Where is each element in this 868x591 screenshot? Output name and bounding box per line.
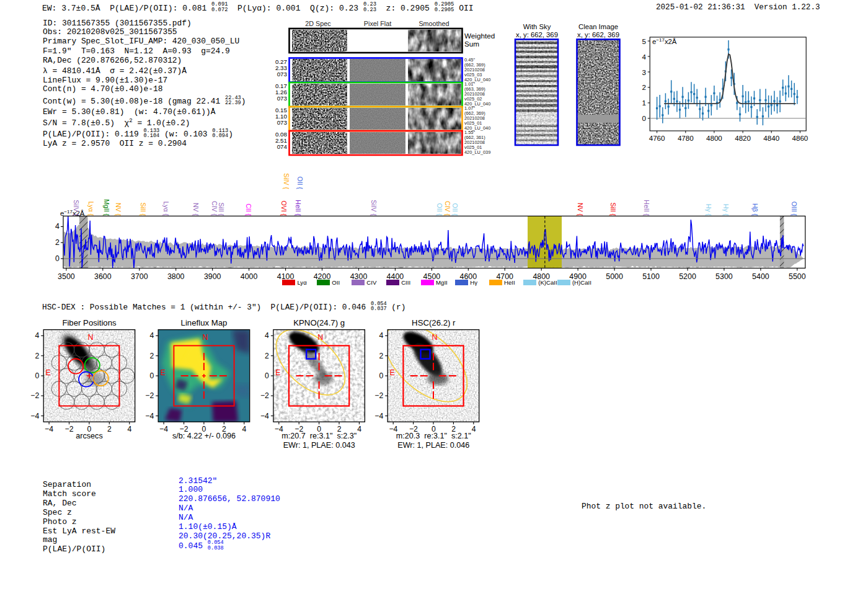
svg-text:OII {: OII { [296,177,304,190]
svg-text:NV {: NV { [115,203,122,216]
svg-text:Hγ {: Hγ { [722,204,730,216]
svg-text:SiIV {: SiIV { [283,173,290,189]
svg-text:CIV {: CIV { [211,201,218,216]
svg-text:Hγ {: Hγ { [705,204,712,216]
svg-text:N: N [88,333,94,342]
svg-text:SiII {: SiII { [218,202,225,216]
svg-text:HeII {: HeII { [294,200,302,216]
svg-text:Hβ {: Hβ { [751,203,759,216]
svg-text:CIV {: CIV { [444,201,451,216]
svg-text:N: N [317,333,323,342]
svg-text:Lyα {: Lyα { [87,202,95,216]
svg-text:SiIV {: SiIV { [73,200,80,216]
svg-text:MgII {: MgII { [103,199,110,216]
svg-text:OII {: OII { [451,203,459,216]
svg-text:OII {: OII { [436,203,443,216]
svg-text:CII {: CII { [245,203,252,216]
svg-text:SiII {: SiII { [609,202,617,216]
svg-text:E: E [390,368,395,377]
svg-text:Lyα {: Lyα { [162,202,170,216]
svg-text:N: N [432,333,438,342]
svg-text:SiII {: SiII { [140,202,147,216]
svg-text:E: E [161,368,166,377]
svg-text:OIII {: OIII { [790,202,798,216]
svg-text:HeII {: HeII { [643,200,650,216]
svg-text:SiIV {: SiIV { [370,200,378,216]
svg-text:N: N [203,333,208,342]
svg-text:OVI {: OVI { [280,200,288,216]
svg-text:NV {: NV { [577,203,584,216]
svg-text:NV {: NV { [192,203,200,216]
svg-text:E: E [275,368,280,377]
svg-text:E: E [46,368,51,377]
